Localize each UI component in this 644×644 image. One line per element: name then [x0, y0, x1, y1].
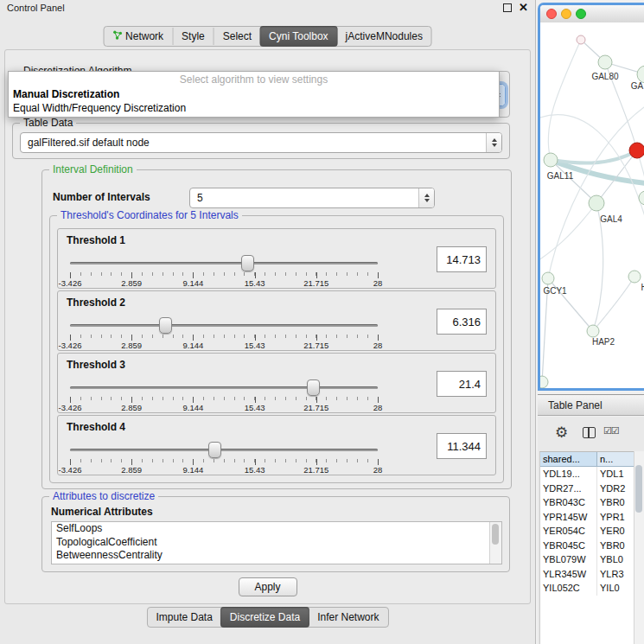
attribute-item[interactable]: SelfLoops — [52, 522, 501, 536]
threshold-slider-2[interactable]: -3.4262.8599.14415.4321.71528 — [70, 316, 378, 348]
threshold-value-field[interactable]: 6.316 — [437, 309, 487, 335]
dropdown-option-manual-discretization[interactable]: Manual Discretization — [9, 87, 499, 101]
table-row[interactable]: YDL19...YDL1 — [540, 467, 644, 481]
threshold-value-field[interactable]: 11.344 — [437, 433, 487, 459]
major-tick — [193, 459, 194, 465]
close-traffic-light-icon[interactable] — [546, 9, 557, 19]
threshold-slider-3[interactable]: -3.4262.8599.14415.4321.71528 — [70, 378, 378, 411]
table-scrollbar[interactable] — [634, 451, 644, 644]
close-icon[interactable]: ✕ — [519, 1, 528, 14]
tab-impute-data[interactable]: Impute Data — [147, 609, 220, 626]
major-tick — [70, 335, 71, 341]
tab-network[interactable]: Network — [104, 28, 172, 45]
threshold-value-field[interactable]: 21.4 — [437, 371, 487, 397]
tab-jactivemnodules[interactable]: jActiveMNodules — [337, 28, 431, 45]
scale-label: 15.43 — [245, 341, 265, 350]
threshold-label: Threshold 2 — [67, 296, 125, 309]
node-table-panel: ⚙ ☑☑ shared... n... YDL19...YDL1YDR27...… — [538, 417, 644, 644]
network-node[interactable] — [598, 55, 612, 69]
threshold-slider-4[interactable]: -3.4262.8599.14415.4321.71528 — [70, 440, 378, 473]
network-node[interactable] — [542, 272, 554, 284]
tab-select[interactable]: Select — [214, 28, 260, 45]
slider-thumb[interactable] — [159, 317, 172, 334]
minimize-traffic-light-icon[interactable] — [561, 9, 571, 19]
column-header-shared-name[interactable]: shared... — [540, 452, 597, 467]
table-cell[interactable]: YDL19... — [540, 467, 597, 481]
network-node[interactable] — [577, 35, 585, 44]
tab-label: Select — [223, 30, 252, 42]
scale-label: 28 — [373, 341, 383, 350]
scale-label: 9.144 — [183, 403, 204, 412]
network-node[interactable] — [629, 143, 644, 158]
select-columns-checkboxes-icon[interactable]: ☑☑ — [603, 425, 619, 437]
tab-style[interactable]: Style — [172, 28, 214, 45]
attribute-item[interactable]: TopologicalCoefficient — [52, 536, 501, 550]
dropdown-option-equal-width-frequency[interactable]: Equal Width/Frequency Discretization — [9, 101, 499, 115]
network-canvas[interactable]: GAL80GAGAL11GAL4GCY1HHAP2 — [540, 22, 644, 388]
scale-label: 15.43 — [245, 465, 265, 475]
slider-thumb[interactable] — [208, 442, 221, 458]
table-cell[interactable]: YBR043C — [540, 495, 597, 510]
slider-thumb[interactable] — [241, 255, 254, 271]
table-row[interactable]: YIL052CYIL0 — [540, 581, 644, 596]
table-row[interactable]: YBL079WYBL0 — [540, 552, 644, 567]
combo-stepper-icon[interactable] — [418, 188, 434, 207]
scrollbar-thumb[interactable] — [492, 524, 499, 545]
tab-label: jActiveMNodules — [346, 30, 423, 42]
major-tick — [193, 272, 194, 278]
table-cell[interactable]: YDR27... — [540, 481, 597, 496]
network-edge — [548, 40, 581, 160]
major-tick — [316, 335, 317, 341]
network-view-window[interactable]: GAL80GAGAL11GAL4GCY1HHAP2 — [538, 3, 644, 391]
network-node[interactable] — [540, 376, 548, 388]
threshold-panel-4: Threshold 4 -3.4262.8599.14415.4321.7152… — [57, 415, 496, 475]
numerical-attributes-label: Numerical Attributes — [51, 506, 153, 518]
table-cell[interactable]: YBL079W — [540, 552, 597, 567]
network-node[interactable] — [628, 271, 641, 283]
threshold-value-field[interactable]: 14.713 — [437, 246, 487, 272]
table-cell[interactable]: YLR345W — [540, 567, 597, 582]
table-row[interactable]: YBR043CYBR0 — [540, 495, 644, 510]
tab-cyni-toolbox[interactable]: Cyni Toolbox — [259, 26, 337, 47]
network-node[interactable] — [587, 325, 599, 337]
scrollbar-thumb[interactable] — [635, 465, 642, 513]
table-row[interactable]: YPR145WYPR1 — [540, 510, 644, 525]
network-window-titlebar — [540, 5, 644, 23]
slider-thumb[interactable] — [307, 379, 320, 396]
network-icon — [112, 30, 122, 42]
major-tick — [193, 335, 194, 341]
apply-button[interactable]: Apply — [239, 577, 297, 596]
slider-ticks — [70, 272, 378, 278]
table-row[interactable]: YBR045CYBR0 — [540, 539, 644, 553]
tab-infer-network[interactable]: Infer Network — [309, 609, 387, 626]
number-of-intervals-combobox[interactable]: 5 — [189, 188, 435, 208]
network-node[interactable] — [639, 191, 644, 205]
table-row[interactable]: YDR27...YDR2 — [540, 481, 644, 496]
numerical-attributes-list[interactable]: SelfLoopsTopologicalCoefficientBetweenne… — [51, 521, 502, 564]
table-data-combobox[interactable]: galFiltered.sif default node — [20, 132, 502, 153]
combo-stepper-icon[interactable] — [486, 133, 501, 152]
major-tick — [131, 272, 132, 278]
network-node[interactable] — [637, 66, 644, 83]
zoom-traffic-light-icon[interactable] — [576, 9, 586, 19]
table-row[interactable]: YLR345WYLR3 — [540, 567, 644, 582]
table-cell[interactable]: YER054C — [540, 524, 597, 539]
list-scrollbar[interactable] — [489, 522, 501, 564]
network-node[interactable] — [544, 153, 558, 167]
scale-label: 21.715 — [303, 278, 328, 288]
network-node[interactable] — [589, 195, 604, 211]
control-panel-window: Control Panel ✕ Network Style Select Cyn… — [0, 0, 536, 644]
columns-icon[interactable] — [583, 427, 596, 438]
gear-icon[interactable]: ⚙ — [555, 424, 568, 442]
table-cell[interactable]: YPR145W — [540, 510, 597, 525]
group-title: Attributes to discretize — [49, 490, 158, 502]
attribute-item[interactable]: BetweennessCentrality — [52, 549, 501, 563]
dropdown-placeholder: Select algorithm to view settings — [9, 73, 499, 87]
tab-discretize-data[interactable]: Discretize Data — [220, 607, 309, 628]
table-row[interactable]: YER054CYER0 — [540, 524, 644, 539]
table-cell[interactable]: YBR045C — [540, 539, 597, 553]
table-cell[interactable]: YIL052C — [540, 581, 597, 596]
threshold-slider-1[interactable]: -3.4262.8599.14415.4321.71528 — [70, 253, 378, 286]
table-panel-header[interactable]: Table Panel — [538, 394, 644, 416]
float-window-icon[interactable] — [503, 3, 512, 12]
